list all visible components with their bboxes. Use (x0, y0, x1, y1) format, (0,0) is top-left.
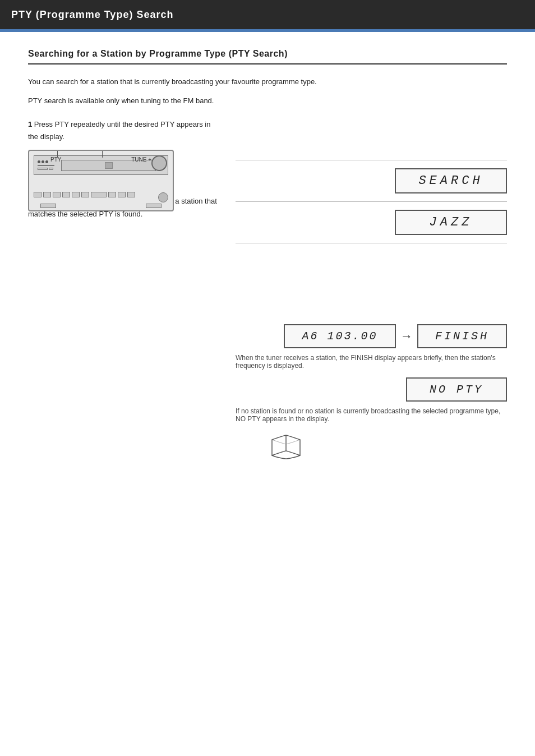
device-foot-right (146, 204, 162, 208)
device-btn (127, 192, 135, 197)
search-display-text: SEARCH (418, 174, 483, 188)
search-display-row: SEARCH (236, 168, 507, 193)
device-btn (62, 192, 70, 197)
device-foot-left (40, 204, 56, 208)
device-labels: PTY TUNE + (28, 156, 174, 163)
left-column: 1 Press PTY repeatedly until the desired… (28, 118, 219, 473)
two-col-layout: 1 Press PTY repeatedly until the desired… (28, 118, 507, 473)
station-finish-row: A6 103.00 → FINISH (236, 324, 507, 348)
finish-display-text: FINISH (435, 330, 489, 343)
search-display: SEARCH (395, 168, 507, 193)
device-btn (81, 192, 89, 197)
station-display: A6 103.00 (284, 324, 396, 348)
device-btn (72, 192, 80, 197)
device-label-2: TUNE + (131, 156, 151, 163)
device-btn (108, 192, 116, 197)
finish-display: FINISH (417, 324, 507, 348)
device-btn (118, 192, 126, 197)
spacer-mid (236, 251, 507, 319)
device-label-1: PTY (50, 156, 61, 163)
right-column: SEARCH JAZZ A6 103.00 → (236, 118, 507, 473)
intro-section: You can search for a station that is cur… (28, 76, 507, 107)
intro-p1: You can search for a station that is cur… (28, 76, 507, 88)
intro-p2: PTY search is available only when tuning… (28, 95, 507, 107)
note-1: When the tuner receives a station, the F… (236, 354, 507, 370)
device-btn (53, 192, 61, 197)
main-content: Searching for a Station by Programme Typ… (0, 32, 535, 490)
no-pty-display-row: NO PTY (236, 377, 507, 402)
arrow-icon: → (400, 329, 413, 344)
step-1-label: 1 Press PTY repeatedly until the desired… (28, 118, 219, 143)
divider-2 (236, 201, 507, 202)
book-icon (269, 434, 303, 462)
station-display-text: A6 103.00 (302, 330, 377, 343)
divider-3 (236, 243, 507, 243)
section-title: Searching for a Station by Programme Typ… (28, 49, 288, 59)
no-pty-display: NO PTY (406, 377, 507, 402)
no-pty-display-text: NO PTY (430, 383, 483, 396)
section-title-line: Searching for a Station by Programme Typ… (28, 49, 507, 64)
device-btn (43, 192, 51, 197)
jazz-display: JAZZ (395, 210, 507, 235)
note-2: If no station is found or no station is … (236, 407, 507, 423)
jazz-display-text: JAZZ (430, 215, 473, 229)
jazz-display-row: JAZZ (236, 210, 507, 235)
device-btn-wide (91, 192, 107, 197)
device-btn (34, 192, 41, 197)
header-title: PTY (Programme Type) Search (11, 9, 173, 21)
device-small-circle (158, 192, 168, 202)
book-icon-container (236, 434, 507, 462)
header-bar: PTY (Programme Type) Search (0, 0, 535, 29)
device-bottom-strip (34, 189, 150, 200)
spacer-top (236, 118, 507, 152)
step-1-block: 1 Press PTY repeatedly until the desired… (28, 118, 219, 143)
divider-1 (236, 160, 507, 160)
